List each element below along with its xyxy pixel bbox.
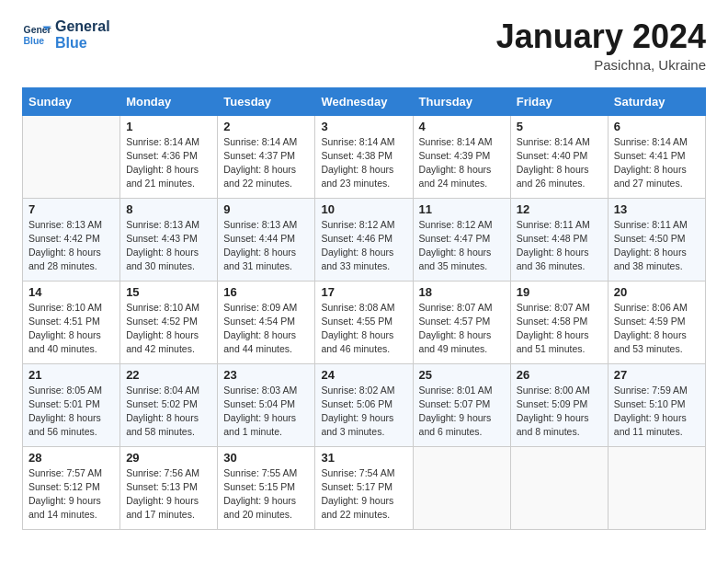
day-detail: Sunrise: 8:07 AMSunset: 4:58 PMDaylight:… bbox=[517, 301, 602, 357]
title-block: January 2024 Pasichna, Ukraine bbox=[496, 18, 706, 73]
day-number: 7 bbox=[28, 202, 114, 216]
day-detail: Sunrise: 8:10 AMSunset: 4:52 PMDaylight:… bbox=[126, 301, 211, 357]
day-number: 8 bbox=[126, 202, 211, 216]
day-number: 21 bbox=[28, 368, 114, 382]
calendar-cell bbox=[608, 446, 705, 529]
day-detail: Sunrise: 7:56 AMSunset: 5:13 PMDaylight:… bbox=[126, 466, 211, 523]
day-number: 14 bbox=[28, 285, 114, 299]
logo-icon: General Blue bbox=[22, 20, 51, 50]
day-detail: Sunrise: 8:14 AMSunset: 4:37 PMDaylight:… bbox=[223, 135, 309, 191]
calendar-body: 1Sunrise: 8:14 AMSunset: 4:36 PMDaylight… bbox=[23, 115, 706, 529]
day-detail: Sunrise: 8:13 AMSunset: 4:42 PMDaylight:… bbox=[28, 218, 114, 274]
calendar-cell: 25Sunrise: 8:01 AMSunset: 5:07 PMDayligh… bbox=[413, 363, 510, 446]
day-header-tuesday: Tuesday bbox=[218, 87, 315, 115]
location-subtitle: Pasichna, Ukraine bbox=[496, 57, 706, 73]
day-number: 10 bbox=[321, 202, 406, 216]
calendar-cell: 11Sunrise: 8:12 AMSunset: 4:47 PMDayligh… bbox=[413, 198, 510, 281]
day-number: 27 bbox=[614, 368, 700, 382]
day-number: 30 bbox=[223, 451, 309, 465]
day-detail: Sunrise: 8:09 AMSunset: 4:54 PMDaylight:… bbox=[223, 301, 309, 357]
calendar-cell: 18Sunrise: 8:07 AMSunset: 4:57 PMDayligh… bbox=[413, 281, 510, 363]
day-number: 16 bbox=[223, 285, 309, 299]
day-detail: Sunrise: 8:14 AMSunset: 4:39 PMDaylight:… bbox=[419, 135, 505, 191]
day-number: 23 bbox=[223, 368, 309, 382]
day-detail: Sunrise: 8:02 AMSunset: 5:06 PMDaylight:… bbox=[321, 384, 406, 440]
calendar-cell: 17Sunrise: 8:08 AMSunset: 4:55 PMDayligh… bbox=[315, 281, 413, 363]
day-detail: Sunrise: 8:05 AMSunset: 5:01 PMDaylight:… bbox=[28, 384, 114, 440]
month-year-title: January 2024 bbox=[496, 18, 706, 55]
day-detail: Sunrise: 8:14 AMSunset: 4:40 PMDaylight:… bbox=[517, 135, 602, 191]
calendar-cell: 3Sunrise: 8:14 AMSunset: 4:38 PMDaylight… bbox=[315, 115, 413, 198]
day-number: 25 bbox=[419, 368, 505, 382]
day-detail: Sunrise: 8:03 AMSunset: 5:04 PMDaylight:… bbox=[223, 384, 309, 440]
day-detail: Sunrise: 7:54 AMSunset: 5:17 PMDaylight:… bbox=[321, 466, 406, 523]
day-number: 19 bbox=[517, 285, 602, 299]
day-number: 29 bbox=[126, 451, 211, 465]
day-number: 26 bbox=[517, 368, 602, 382]
calendar-cell: 23Sunrise: 8:03 AMSunset: 5:04 PMDayligh… bbox=[218, 363, 315, 446]
calendar-cell: 29Sunrise: 7:56 AMSunset: 5:13 PMDayligh… bbox=[120, 446, 218, 529]
calendar-cell bbox=[23, 115, 120, 198]
day-header-wednesday: Wednesday bbox=[315, 87, 413, 115]
day-detail: Sunrise: 8:12 AMSunset: 4:46 PMDaylight:… bbox=[321, 218, 406, 274]
day-number: 15 bbox=[126, 285, 211, 299]
day-detail: Sunrise: 8:10 AMSunset: 4:51 PMDaylight:… bbox=[28, 301, 114, 357]
day-detail: Sunrise: 7:55 AMSunset: 5:15 PMDaylight:… bbox=[223, 466, 309, 523]
calendar-cell bbox=[413, 446, 510, 529]
day-number: 2 bbox=[223, 120, 309, 133]
calendar-week-2: 7Sunrise: 8:13 AMSunset: 4:42 PMDaylight… bbox=[23, 198, 706, 281]
calendar-cell: 5Sunrise: 8:14 AMSunset: 4:40 PMDaylight… bbox=[510, 115, 608, 198]
days-of-week-row: SundayMondayTuesdayWednesdayThursdayFrid… bbox=[23, 87, 706, 115]
day-header-friday: Friday bbox=[510, 87, 608, 115]
day-detail: Sunrise: 8:14 AMSunset: 4:36 PMDaylight:… bbox=[126, 135, 211, 191]
day-detail: Sunrise: 8:14 AMSunset: 4:41 PMDaylight:… bbox=[614, 135, 700, 191]
calendar-cell: 21Sunrise: 8:05 AMSunset: 5:01 PMDayligh… bbox=[23, 363, 120, 446]
day-number: 28 bbox=[28, 451, 114, 465]
day-detail: Sunrise: 7:57 AMSunset: 5:12 PMDaylight:… bbox=[28, 466, 114, 523]
day-detail: Sunrise: 8:00 AMSunset: 5:09 PMDaylight:… bbox=[517, 384, 602, 440]
day-detail: Sunrise: 8:06 AMSunset: 4:59 PMDaylight:… bbox=[614, 301, 700, 357]
day-number: 20 bbox=[614, 285, 700, 299]
calendar-cell: 31Sunrise: 7:54 AMSunset: 5:17 PMDayligh… bbox=[315, 446, 413, 529]
calendar-table: SundayMondayTuesdayWednesdayThursdayFrid… bbox=[22, 87, 706, 530]
day-number: 9 bbox=[223, 202, 309, 216]
day-detail: Sunrise: 8:13 AMSunset: 4:43 PMDaylight:… bbox=[126, 218, 211, 274]
calendar-cell: 20Sunrise: 8:06 AMSunset: 4:59 PMDayligh… bbox=[608, 281, 705, 363]
day-detail: Sunrise: 8:11 AMSunset: 4:50 PMDaylight:… bbox=[614, 218, 700, 274]
calendar-week-4: 21Sunrise: 8:05 AMSunset: 5:01 PMDayligh… bbox=[23, 363, 706, 446]
calendar-cell: 14Sunrise: 8:10 AMSunset: 4:51 PMDayligh… bbox=[23, 281, 120, 363]
day-number: 3 bbox=[321, 120, 406, 133]
calendar-cell: 8Sunrise: 8:13 AMSunset: 4:43 PMDaylight… bbox=[120, 198, 218, 281]
logo: General Blue General Blue bbox=[22, 18, 110, 52]
calendar-cell bbox=[510, 446, 608, 529]
calendar-week-3: 14Sunrise: 8:10 AMSunset: 4:51 PMDayligh… bbox=[23, 281, 706, 363]
logo-blue: Blue bbox=[55, 35, 110, 52]
calendar-cell: 26Sunrise: 8:00 AMSunset: 5:09 PMDayligh… bbox=[510, 363, 608, 446]
page-header: General Blue General Blue January 2024 P… bbox=[22, 18, 706, 73]
calendar-cell: 7Sunrise: 8:13 AMSunset: 4:42 PMDaylight… bbox=[23, 198, 120, 281]
day-header-saturday: Saturday bbox=[608, 87, 705, 115]
calendar-cell: 13Sunrise: 8:11 AMSunset: 4:50 PMDayligh… bbox=[608, 198, 705, 281]
calendar-cell: 4Sunrise: 8:14 AMSunset: 4:39 PMDaylight… bbox=[413, 115, 510, 198]
calendar-week-1: 1Sunrise: 8:14 AMSunset: 4:36 PMDaylight… bbox=[23, 115, 706, 198]
day-detail: Sunrise: 7:59 AMSunset: 5:10 PMDaylight:… bbox=[614, 384, 700, 440]
day-detail: Sunrise: 8:08 AMSunset: 4:55 PMDaylight:… bbox=[321, 301, 406, 357]
calendar-cell: 6Sunrise: 8:14 AMSunset: 4:41 PMDaylight… bbox=[608, 115, 705, 198]
day-header-thursday: Thursday bbox=[413, 87, 510, 115]
calendar-cell: 15Sunrise: 8:10 AMSunset: 4:52 PMDayligh… bbox=[120, 281, 218, 363]
day-detail: Sunrise: 8:07 AMSunset: 4:57 PMDaylight:… bbox=[419, 301, 505, 357]
calendar-cell: 2Sunrise: 8:14 AMSunset: 4:37 PMDaylight… bbox=[218, 115, 315, 198]
day-number: 4 bbox=[419, 120, 505, 133]
day-number: 13 bbox=[614, 202, 700, 216]
calendar-cell: 19Sunrise: 8:07 AMSunset: 4:58 PMDayligh… bbox=[510, 281, 608, 363]
day-number: 17 bbox=[321, 285, 406, 299]
day-number: 22 bbox=[126, 368, 211, 382]
calendar-cell: 27Sunrise: 7:59 AMSunset: 5:10 PMDayligh… bbox=[608, 363, 705, 446]
calendar-cell: 30Sunrise: 7:55 AMSunset: 5:15 PMDayligh… bbox=[218, 446, 315, 529]
calendar-cell: 10Sunrise: 8:12 AMSunset: 4:46 PMDayligh… bbox=[315, 198, 413, 281]
svg-text:Blue: Blue bbox=[24, 36, 45, 46]
day-number: 6 bbox=[614, 120, 700, 133]
day-number: 5 bbox=[517, 120, 602, 133]
calendar-cell: 24Sunrise: 8:02 AMSunset: 5:06 PMDayligh… bbox=[315, 363, 413, 446]
calendar-cell: 22Sunrise: 8:04 AMSunset: 5:02 PMDayligh… bbox=[120, 363, 218, 446]
